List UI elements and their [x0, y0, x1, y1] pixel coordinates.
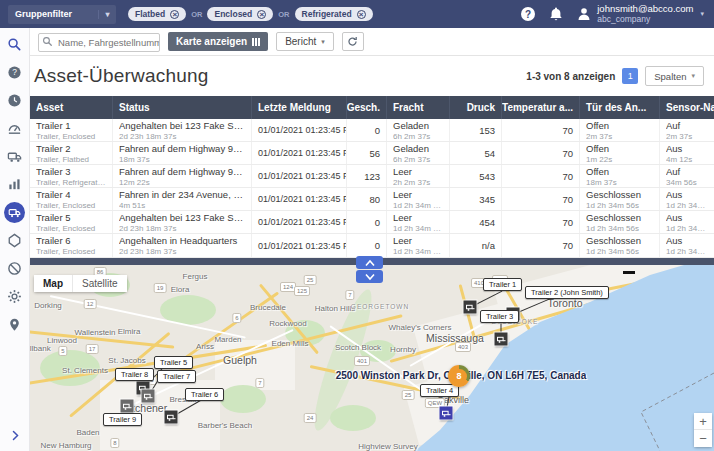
column-header[interactable]: Asset	[30, 96, 113, 119]
rules-icon	[7, 261, 22, 276]
satellite-view-button[interactable]: Satellite	[72, 275, 127, 292]
chevron-down-icon: ▾	[321, 38, 325, 46]
cell-duration: 1d 2h 34m 56s	[393, 247, 443, 256]
sidebar-expand-button[interactable]	[0, 425, 30, 445]
cell-value: Leer	[393, 190, 443, 201]
cell: Angehalten bei 123 Fake Stree...2d 23h 1…	[113, 119, 252, 141]
help-circle-icon: ?	[7, 65, 22, 80]
table-row[interactable]: Trailer 2Trailer, FlatbedFahren auf dem …	[30, 142, 714, 165]
sidebar-item-map-pin-icon[interactable]	[0, 310, 30, 338]
trailer-map-label[interactable]: Trailer 6	[185, 388, 224, 401]
sidebar-item-vehicle-truck-icon[interactable]	[0, 142, 30, 170]
filter-chip[interactable]: Enclosed×	[207, 7, 273, 21]
trailer-marker[interactable]	[440, 407, 453, 420]
cell: 01/01/2021 01:23:45 PM	[252, 211, 347, 233]
trailer-marker[interactable]	[121, 400, 134, 413]
cell: 153	[450, 119, 502, 141]
refresh-button[interactable]	[342, 32, 364, 51]
last-report-value: 01/01/2021 01:23:45 PM	[258, 125, 347, 135]
road-shield: 6	[232, 313, 241, 323]
table-row[interactable]: Trailer 5Trailer, EnclosedAngehalten bei…	[30, 211, 714, 234]
trailer-marker[interactable]	[464, 301, 477, 314]
cell-duration: 1m 22s	[586, 155, 653, 164]
cell-duration: 4m 51s	[119, 201, 245, 210]
cell: 01/01/2021 01:23:45 PM	[252, 165, 347, 187]
search-icon	[42, 36, 53, 47]
cell-value: Auf	[666, 121, 708, 132]
report-dropdown-button[interactable]: Bericht ▾	[276, 32, 334, 51]
notifications-bell-icon[interactable]	[548, 6, 564, 22]
column-header[interactable]: Tür des An...	[580, 96, 660, 119]
column-header[interactable]: Sensor-Nam...	[660, 96, 714, 119]
sidebar-item-trailer-assets-icon[interactable]	[0, 198, 30, 226]
expand-table-button[interactable]	[356, 256, 383, 269]
chip-close-icon[interactable]: ×	[357, 10, 366, 19]
trailer-map-label[interactable]: Trailer 3	[480, 310, 519, 323]
page-1-button[interactable]: 1	[622, 68, 638, 84]
expand-map-button[interactable]	[356, 270, 383, 283]
map-view-button[interactable]: Map	[34, 275, 72, 292]
cell: 70	[502, 165, 580, 187]
zoom-out-button[interactable]: −	[694, 430, 712, 447]
filter-chips: Flatbed×OREnclosed×ORRefrigerated×	[128, 7, 373, 21]
trailer-map-label[interactable]: Trailer 1	[483, 278, 522, 291]
trailer-map-label[interactable]: Trailer 2 (John Smith)	[525, 286, 609, 299]
sidebar-item-rules-icon[interactable]	[0, 254, 30, 282]
chip-close-icon[interactable]: ×	[257, 10, 266, 19]
sidebar-item-search-icon[interactable]	[0, 30, 30, 58]
cell: Leer1d 2h 34m 56s	[387, 211, 450, 233]
column-header[interactable]: Status	[113, 96, 252, 119]
cell-value: Trailer 1	[36, 121, 106, 132]
sidebar-item-productivity-chart-icon[interactable]	[0, 170, 30, 198]
table-row[interactable]: Trailer 3Trailer, RefrigeratedFahren auf…	[30, 165, 714, 188]
table-row[interactable]: Trailer 4Trailer, EnclosedFahren in der …	[30, 188, 714, 211]
column-header[interactable]: Druck	[450, 96, 502, 119]
table-row[interactable]: Trailer 6Trailer, EnclosedAngehalten in …	[30, 234, 714, 257]
show-map-button[interactable]: Karte anzeigen	[168, 32, 268, 51]
column-header[interactable]: Gesch.	[347, 96, 387, 119]
road-shield: 25	[402, 390, 415, 400]
trailer-map-label[interactable]: Trailer 5	[154, 356, 193, 369]
trailer-marker[interactable]	[142, 390, 155, 403]
columns-icon	[252, 38, 260, 46]
cell-value: Fahren auf dem Highway 99, ON	[119, 167, 245, 178]
city-label: Halton Hills	[315, 304, 355, 313]
chip-close-icon[interactable]: ×	[170, 10, 179, 19]
help-icon[interactable]: ?	[520, 6, 536, 22]
cell-value: Trailer 5	[36, 213, 106, 224]
cell-duration: 1d 2h 34m 56s	[666, 201, 708, 210]
sidebar-item-settings-gear-icon[interactable]	[0, 282, 30, 310]
column-header[interactable]: Letzte Meldung	[252, 96, 347, 119]
sidebar-item-tachograph-icon[interactable]	[0, 114, 30, 142]
table-row[interactable]: Trailer 1Trailer, EnclosedAngehalten bei…	[30, 119, 714, 142]
trailer-map-label[interactable]: Trailer 8	[115, 368, 154, 381]
cluster-marker[interactable]: 8	[448, 365, 470, 387]
trailer-marker[interactable]	[165, 411, 178, 424]
sidebar-item-zones-icon[interactable]	[0, 226, 30, 254]
zoom-in-button[interactable]: +	[694, 413, 712, 430]
column-header[interactable]: Fracht	[387, 96, 450, 119]
columns-dropdown-button[interactable]: Spalten ▾	[645, 66, 704, 86]
map-canvas[interactable]: TorontoMississaugaETOBICOKEOakvilleKitch…	[30, 265, 714, 451]
cell: 70	[502, 234, 580, 256]
user-menu[interactable]: johnsmith@abcco.com abc_company ▾	[576, 4, 704, 25]
cell: 0	[347, 119, 387, 141]
trailer-marker[interactable]	[495, 333, 508, 346]
trailer-map-label[interactable]: Trailer 7	[157, 370, 196, 383]
sidebar-item-history-clock-icon[interactable]	[0, 86, 30, 114]
group-filter-dropdown[interactable]: Gruppenfilter ▾	[8, 5, 116, 24]
filter-chip[interactable]: Refrigerated×	[295, 7, 373, 21]
city-label: Guelph	[223, 354, 257, 366]
tachograph-icon	[7, 121, 22, 136]
trailer-map-label[interactable]: Trailer 9	[103, 413, 142, 426]
cell-value: Fahren in der 234 Avenue, ON	[119, 190, 245, 201]
cluster-count: 8	[452, 369, 467, 384]
sidebar-item-help-circle-icon[interactable]: ?	[0, 58, 30, 86]
asset-search-input[interactable]	[38, 33, 160, 52]
column-header[interactable]: Temperatur a...	[502, 96, 580, 119]
city-label: New Hamburg	[40, 441, 91, 450]
cell: Angehalten in Headquarters2d 23h 18m 37s	[113, 234, 252, 256]
filter-chip[interactable]: Flatbed×	[128, 7, 186, 21]
trailer-assets-icon	[4, 202, 25, 223]
cell-value: Aus	[666, 213, 708, 224]
